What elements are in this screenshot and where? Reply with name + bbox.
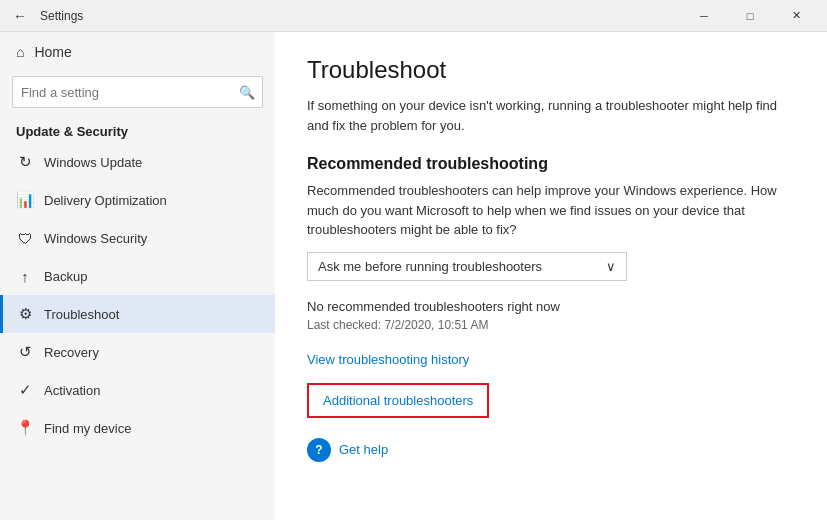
get-help-label: Get help <box>339 442 388 457</box>
additional-troubleshooters-button[interactable]: Additional troubleshooters <box>307 383 489 418</box>
backup-icon: ↑ <box>16 267 34 285</box>
sidebar-item-home[interactable]: ⌂ Home <box>0 32 275 72</box>
minimize-button[interactable]: ─ <box>681 0 727 32</box>
sidebar-item-label: Activation <box>44 383 100 398</box>
windows-update-icon: ↻ <box>16 153 34 171</box>
troubleshoot-icon: ⚙ <box>16 305 34 323</box>
get-help-container[interactable]: ? Get help <box>307 438 795 462</box>
find-my-device-icon: 📍 <box>16 419 34 437</box>
sidebar-item-activation[interactable]: ✓ Activation <box>0 371 275 409</box>
close-button[interactable]: ✕ <box>773 0 819 32</box>
sidebar-item-delivery-optimization[interactable]: 📊 Delivery Optimization <box>0 181 275 219</box>
troubleshoot-dropdown[interactable]: Ask me before running troubleshooters ∨ <box>307 252 627 281</box>
home-icon: ⌂ <box>16 44 24 60</box>
back-button[interactable]: ← <box>8 4 32 28</box>
sidebar-item-label: Delivery Optimization <box>44 193 167 208</box>
windows-security-icon: 🛡 <box>16 229 34 247</box>
page-description: If something on your device isn't workin… <box>307 96 795 135</box>
title-bar: ← Settings ─ □ ✕ <box>0 0 827 32</box>
sidebar-item-label: Find my device <box>44 421 131 436</box>
chevron-down-icon: ∨ <box>606 259 616 274</box>
sidebar-item-recovery[interactable]: ↺ Recovery <box>0 333 275 371</box>
sidebar-home-label: Home <box>34 44 71 60</box>
recovery-icon: ↺ <box>16 343 34 361</box>
title-bar-left: ← Settings <box>8 4 83 28</box>
recommended-heading: Recommended troubleshooting <box>307 155 795 173</box>
activation-icon: ✓ <box>16 381 34 399</box>
sidebar: ⌂ Home 🔍 Update & Security ↻ Windows Upd… <box>0 32 275 520</box>
sidebar-item-label: Windows Security <box>44 231 147 246</box>
content-area: Troubleshoot If something on your device… <box>275 32 827 520</box>
sidebar-item-backup[interactable]: ↑ Backup <box>0 257 275 295</box>
recommended-description: Recommended troubleshooters can help imp… <box>307 181 795 240</box>
page-title: Troubleshoot <box>307 56 795 84</box>
window-controls: ─ □ ✕ <box>681 0 819 32</box>
sidebar-search-container: 🔍 <box>12 76 263 108</box>
search-icon: 🔍 <box>239 85 255 100</box>
restore-button[interactable]: □ <box>727 0 773 32</box>
app-title: Settings <box>40 9 83 23</box>
view-history-link[interactable]: View troubleshooting history <box>307 352 795 367</box>
sidebar-item-windows-update[interactable]: ↻ Windows Update <box>0 143 275 181</box>
get-help-icon: ? <box>307 438 331 462</box>
sidebar-section-title: Update & Security <box>0 116 275 143</box>
sidebar-item-label: Recovery <box>44 345 99 360</box>
main-container: ⌂ Home 🔍 Update & Security ↻ Windows Upd… <box>0 32 827 520</box>
sidebar-item-label: Windows Update <box>44 155 142 170</box>
last-checked-text: Last checked: 7/2/2020, 10:51 AM <box>307 318 795 332</box>
sidebar-item-find-my-device[interactable]: 📍 Find my device <box>0 409 275 447</box>
search-input[interactable] <box>12 76 263 108</box>
sidebar-item-windows-security[interactable]: 🛡 Windows Security <box>0 219 275 257</box>
sidebar-item-label: Troubleshoot <box>44 307 119 322</box>
delivery-optimization-icon: 📊 <box>16 191 34 209</box>
dropdown-value: Ask me before running troubleshooters <box>318 259 542 274</box>
sidebar-item-label: Backup <box>44 269 87 284</box>
sidebar-item-troubleshoot[interactable]: ⚙ Troubleshoot <box>0 295 275 333</box>
no-troubleshooters-text: No recommended troubleshooters right now <box>307 299 795 314</box>
